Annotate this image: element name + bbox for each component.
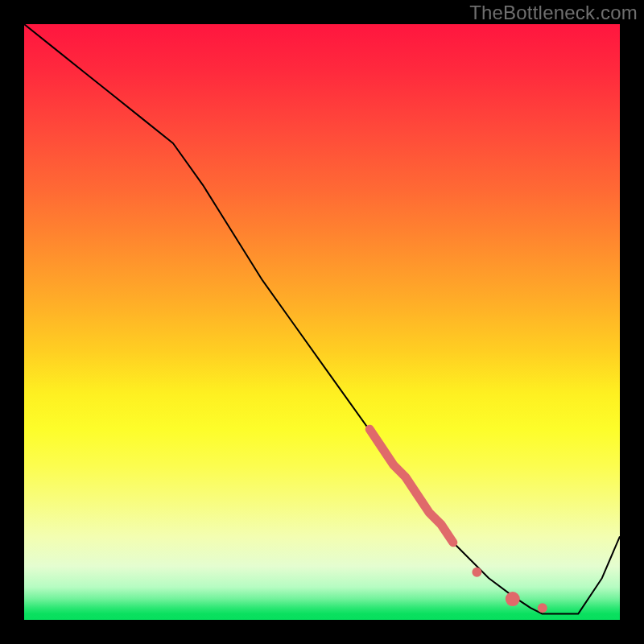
dot-3	[538, 603, 547, 613]
highlight-segment	[369, 429, 453, 543]
plot-area	[24, 24, 620, 620]
chart-frame: TheBottleneck.com	[0, 0, 644, 644]
chart-svg	[24, 24, 620, 620]
dot-2	[506, 592, 520, 606]
series-curve	[24, 24, 620, 614]
dot-1	[472, 568, 481, 577]
watermark-text: TheBottleneck.com	[469, 2, 638, 24]
